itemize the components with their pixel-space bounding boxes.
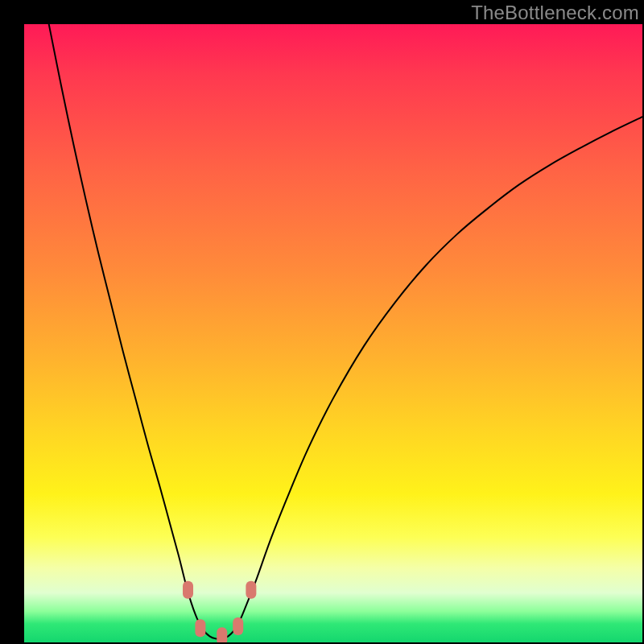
plot-area [24, 24, 642, 642]
curve-marker [195, 619, 205, 637]
curve-marker [217, 627, 227, 642]
bottleneck-curve [49, 24, 642, 639]
watermark-text: TheBottleneck.com [471, 2, 639, 24]
plot-svg [24, 24, 642, 642]
curve-marker [246, 581, 256, 599]
chart-frame: TheBottleneck.com [0, 0, 644, 644]
curve-marker [183, 581, 193, 599]
curve-marker [233, 617, 243, 635]
